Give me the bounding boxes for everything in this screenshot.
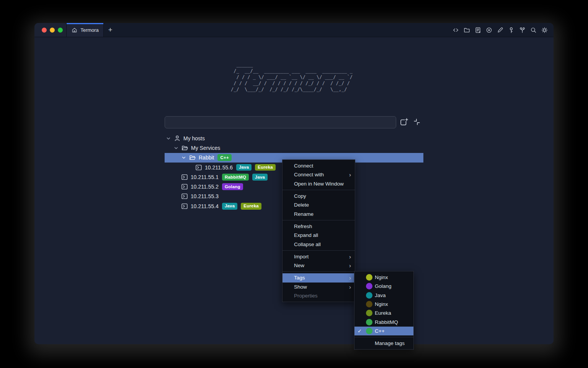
tag-color-dot [366,292,372,299]
minimize-window-button[interactable] [50,28,55,33]
home-icon [71,27,78,33]
tag-color-dot [366,283,372,289]
terminal-icon [181,193,188,200]
menu-item-refresh[interactable]: Refresh [283,222,355,231]
submenu-item-tag[interactable]: Nginx [354,273,413,282]
close-window-button[interactable] [42,28,47,33]
tags-submenu: Nginx Golang Java Nginx Eureka [354,271,414,350]
folder-open-icon [181,145,188,151]
tag-badge: RabbitMQ [222,174,249,181]
tree-row-my-services[interactable]: My Services [165,143,423,153]
tree-label: 10.211.55.1 [191,174,219,180]
tag-color-dot [366,328,372,334]
code-icon[interactable] [452,27,459,33]
tag-badge: Golang [222,183,243,190]
tag-color-dot [366,310,372,316]
tree-label: 10.211.55.3 [191,193,219,199]
branch-icon[interactable] [519,27,526,33]
menu-item-properties: Properties [283,291,355,300]
log-icon[interactable] [475,27,481,33]
submenu-item-tag[interactable]: Java [354,291,413,300]
tag-color-dot [366,319,372,325]
new-tab-button[interactable]: + [104,23,117,37]
tab-title: Termora [80,27,99,33]
submenu-arrow-icon: › [349,284,351,290]
tag-badge: Java [252,174,268,181]
traffic-lights [34,23,67,37]
tree-label: Rabbit [199,154,214,161]
submenu-item-tag[interactable]: RabbitMQ [354,317,413,326]
submenu-arrow-icon: › [349,172,351,177]
app-window: Termora + ______ / [34,23,554,344]
menu-item-collapse-all[interactable]: Collapse all [283,240,355,248]
tag-color-dot [366,274,372,281]
menu-item-connect[interactable]: Connect [283,161,355,170]
menu-item-rename[interactable]: Rename [283,209,355,218]
tab-bar: Termora + [34,23,554,37]
zoom-window-button[interactable] [58,28,63,33]
search-icon[interactable] [530,27,537,33]
main-content: ______ /_ __/__ _________ ___ ____ _____… [34,37,554,344]
menu-item-copy[interactable]: Copy [283,192,355,200]
check-icon: ✓ [358,328,366,334]
chevron-down-icon[interactable] [165,135,172,141]
menu-item-delete[interactable]: Delete [283,200,355,209]
record-icon[interactable] [486,27,492,33]
key-icon[interactable] [508,27,514,33]
user-icon [174,135,181,142]
terminal-icon [181,183,188,190]
tag-badge: Java [236,164,252,171]
menu-item-connect-with[interactable]: Connect with › [283,170,355,179]
chevron-down-icon[interactable] [173,145,179,151]
tag-badge: C++ [217,154,231,161]
tag-badge: Java [222,203,237,210]
submenu-arrow-icon: › [349,263,351,268]
edit-icon[interactable] [497,27,503,33]
terminal-icon [181,203,188,210]
terminal-icon [195,164,202,171]
tag-color-dot [366,301,372,307]
folder-open-icon [189,154,196,161]
search-input[interactable] [165,116,396,128]
submenu-item-tag[interactable]: Golang [354,282,413,291]
tree-row-my-hosts[interactable]: My hosts [165,133,423,143]
tree-label: 10.211.55.4 [191,203,219,209]
submenu-arrow-icon: › [349,275,351,281]
tree-label: 10.211.55.6 [205,164,233,171]
menu-item-open-in-new-window[interactable]: Open in New Window [283,179,355,188]
tab-termora[interactable]: Termora [67,23,104,37]
context-menu: Connect Connect with › Open in New Windo… [282,159,355,302]
menu-item-tags[interactable]: Tags › [283,273,355,282]
terminal-icon [181,174,188,181]
menu-item-import[interactable]: Import › [283,252,355,261]
submenu-item-tag[interactable]: Eureka [354,309,413,317]
tag-badge: Eureka [241,203,261,210]
ascii-logo: ______ /_ __/__ _________ ___ ____ _____… [231,62,353,92]
menu-item-show[interactable]: Show › [283,283,355,291]
collapse-all-icon[interactable] [413,118,421,126]
tree-label: My Services [191,145,220,151]
menu-item-expand-all[interactable]: Expand all [283,231,355,240]
settings-icon[interactable] [541,27,548,33]
tree-label: My hosts [183,135,205,141]
submenu-arrow-icon: › [349,254,351,260]
add-host-icon[interactable] [400,118,408,126]
tree-label: 10.211.55.2 [191,184,219,190]
menu-item-manage-tags[interactable]: Manage tags [354,339,413,348]
chevron-down-icon[interactable] [181,154,187,161]
submenu-item-tag[interactable]: Nginx [354,300,413,309]
folder-icon[interactable] [464,27,470,33]
toolbar [452,23,554,37]
submenu-item-tag-checked[interactable]: ✓ C++ [354,327,413,335]
menu-item-new[interactable]: New › [283,261,355,270]
tag-badge: Eureka [255,164,276,171]
